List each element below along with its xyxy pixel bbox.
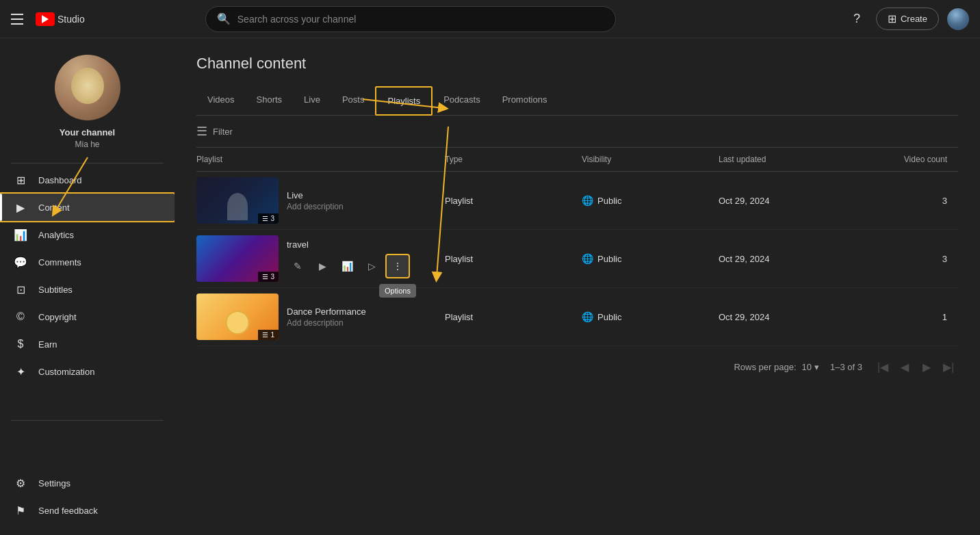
sidebar-label-feedback: Send feedback [38, 506, 98, 516]
sidebar-divider [11, 163, 164, 164]
sidebar-label-analytics: Analytics [38, 230, 74, 240]
first-page-button[interactable]: |◀ [873, 357, 892, 376]
create-button[interactable]: ⊞ Create [876, 8, 939, 30]
globe-icon-2: 🌐 [582, 253, 593, 264]
visibility-cell-2: 🌐 Public [582, 253, 719, 264]
sidebar-label-dashboard: Dashboard [38, 175, 82, 185]
rows-per-page-select[interactable]: 10 ▾ [802, 362, 819, 372]
type-cell-3: Playlist [445, 312, 582, 322]
sidebar-label-copyright: Copyright [38, 312, 77, 322]
edit-button[interactable]: ✎ [287, 255, 309, 277]
chevron-down-icon: ▾ [814, 362, 819, 372]
visibility-cell-3: 🌐 Public [582, 311, 719, 322]
last-page-button[interactable]: ▶| [939, 357, 958, 376]
avatar-image [947, 8, 969, 30]
main-content: Channel content Videos Shorts Live Posts… [175, 38, 980, 535]
tab-playlists[interactable]: Playlists [375, 86, 433, 116]
sidebar-label-content: Content [38, 203, 70, 213]
table-row: ☰ 3 Live Add description Playlist 🌐 Publ… [196, 172, 958, 230]
sidebar: Your channel Mia he ⊞ Dashboard ▶ Conten… [0, 38, 175, 535]
search-bar: 🔍 [205, 6, 616, 32]
pagination-range: 1–3 of 3 [830, 362, 862, 372]
playlist-name-3: Dance Performance [287, 306, 445, 317]
create-plus-icon: ⊞ [888, 12, 897, 25]
options-button[interactable]: ⋮ [385, 254, 410, 278]
customization-icon: ✦ [14, 365, 27, 378]
comments-icon: 💬 [14, 255, 27, 269]
earn-icon: $ [14, 337, 27, 351]
sidebar-item-subtitles[interactable]: ⊡ Subtitles [0, 276, 175, 303]
sidebar-item-dashboard[interactable]: ⊞ Dashboard [0, 166, 175, 194]
tab-promotions[interactable]: Promotions [491, 86, 558, 116]
type-cell-1: Playlist [445, 196, 582, 206]
page-title: Channel content [196, 55, 958, 73]
thumb-count-badge: ☰ 3 [258, 213, 279, 224]
search-icon: 🔍 [217, 12, 231, 25]
playlist-name-1: Live [287, 190, 445, 200]
channel-info: Your channel Mia he [0, 38, 175, 160]
visibility-cell-1: 🌐 Public [582, 195, 719, 206]
count-cell-3: 1 [855, 312, 958, 322]
tab-videos[interactable]: Videos [196, 86, 246, 116]
playlist-info-3: Dance Performance Add description [287, 306, 445, 328]
col-header-count: Video count [855, 155, 958, 164]
dashboard-icon: ⊞ [14, 173, 27, 187]
pagination-rows: Rows per page: 10 ▾ [734, 362, 819, 372]
sidebar-item-customization[interactable]: ✦ Customization [0, 358, 175, 385]
copyright-icon: © [14, 310, 27, 324]
pagination: Rows per page: 10 ▾ 1–3 of 3 |◀ ◀ ▶ ▶| [196, 346, 958, 387]
analytics-icon: 📊 [14, 228, 27, 242]
table-row: ☰ 1 Dance Performance Add description Pl… [196, 288, 958, 346]
col-header-type: Type [445, 155, 582, 164]
globe-icon-1: 🌐 [582, 195, 593, 206]
help-button[interactable]: ? [846, 8, 868, 30]
analytics-button[interactable]: 📊 [336, 255, 358, 277]
sidebar-item-earn[interactable]: $ Earn [0, 330, 175, 358]
row-actions-2: ✎ ▶ 📊 ▷ ⋮ Options [287, 254, 445, 278]
user-avatar[interactable] [947, 8, 969, 30]
playlist-thumb-2: ☰ 3 [196, 235, 279, 282]
sidebar-divider-2 [11, 420, 164, 421]
youtube-button[interactable]: ▷ [361, 255, 383, 277]
table-header: Playlist Type Visibility Last updated Vi… [196, 148, 958, 172]
sidebar-item-feedback[interactable]: ⚑ Send feedback [0, 497, 175, 524]
channel-avatar-image [55, 55, 120, 120]
filter-label: Filter [213, 127, 233, 137]
view-playlist-button[interactable]: ▶ [311, 255, 333, 277]
content-icon: ▶ [14, 200, 27, 214]
menu-button[interactable] [11, 11, 27, 27]
main-layout: Your channel Mia he ⊞ Dashboard ▶ Conten… [0, 38, 980, 535]
tab-live[interactable]: Live [293, 86, 331, 116]
col-header-playlist: Playlist [196, 155, 445, 164]
filter-bar: ☰ Filter [196, 116, 958, 148]
prev-page-button[interactable]: ◀ [895, 357, 914, 376]
visibility-label-1: Public [597, 196, 621, 206]
tab-posts[interactable]: Posts [331, 86, 376, 116]
sidebar-item-comments[interactable]: 💬 Comments [0, 248, 175, 276]
sidebar-label-comments: Comments [38, 257, 81, 268]
next-page-button[interactable]: ▶ [917, 357, 936, 376]
playlist-desc-3: Add description [287, 318, 445, 328]
visibility-label-3: Public [597, 312, 621, 322]
studio-text: Studio [57, 14, 85, 25]
playlist-cell-1: ☰ 3 Live Add description [196, 177, 445, 224]
visibility-label-2: Public [597, 254, 621, 264]
table-row: ☰ 3 travel ✎ ▶ 📊 ▷ ⋮ Options [196, 230, 958, 288]
subtitles-icon: ⊡ [14, 283, 27, 296]
search-input[interactable] [237, 14, 604, 25]
sidebar-item-analytics[interactable]: 📊 Analytics [0, 221, 175, 248]
tab-shorts[interactable]: Shorts [246, 86, 294, 116]
sidebar-item-content[interactable]: ▶ Content [0, 194, 175, 221]
topnav-left: Studio [11, 11, 85, 27]
count-cell-2: 3 [855, 254, 958, 264]
sidebar-label-settings: Settings [38, 478, 70, 488]
playlist-cell-2: ☰ 3 travel ✎ ▶ 📊 ▷ ⋮ Options [196, 235, 445, 282]
youtube-logo-icon [36, 12, 55, 26]
rows-value: 10 [802, 362, 812, 372]
sidebar-item-copyright[interactable]: © Copyright [0, 303, 175, 330]
playlist-desc-1: Add description [287, 202, 445, 211]
tab-podcasts[interactable]: Podcasts [433, 86, 491, 116]
sidebar-item-settings[interactable]: ⚙ Settings [0, 469, 175, 497]
sidebar-nav: ⊞ Dashboard ▶ Content 📊 Analytics 💬 Comm… [0, 166, 175, 385]
channel-avatar[interactable] [55, 55, 120, 120]
